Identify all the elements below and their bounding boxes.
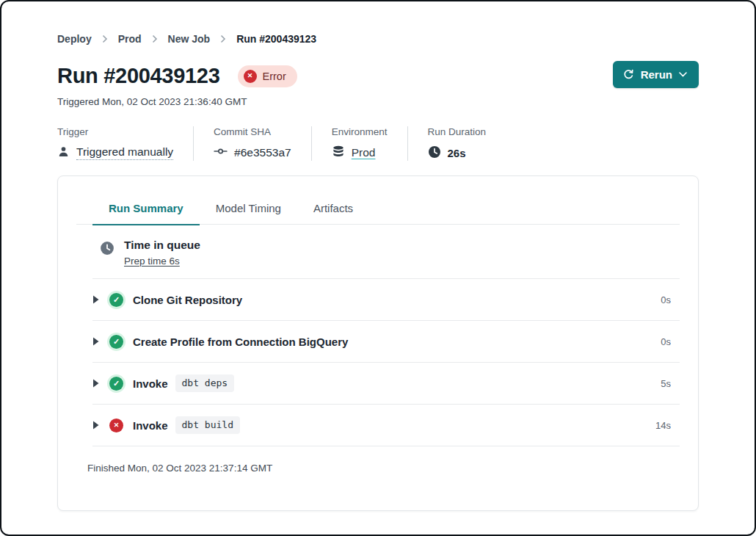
- meta-commit-value: #6e3553a7: [234, 146, 291, 159]
- tab-model-timing[interactable]: Model Timing: [200, 195, 297, 225]
- clock-icon: [428, 145, 441, 161]
- tab-run-summary[interactable]: Run Summary: [92, 195, 200, 225]
- rerun-button[interactable]: Rerun: [613, 61, 699, 88]
- meta-environment-link[interactable]: Prod: [352, 146, 376, 159]
- breadcrumb-new-job[interactable]: New Job: [168, 33, 211, 45]
- meta-commit: Commit SHA #6e3553a7: [193, 126, 311, 161]
- finished-timestamp: Finished Mon, 02 Oct 2023 21:37:14 GMT: [87, 463, 272, 474]
- rerun-button-label: Rerun: [641, 68, 672, 81]
- step-duration: 0s: [661, 294, 671, 305]
- breadcrumb-deploy[interactable]: Deploy: [57, 33, 92, 45]
- step-command-chip: dbt build: [175, 416, 240, 434]
- expand-caret-icon[interactable]: [92, 421, 101, 430]
- breadcrumb: Deploy Prod New Job Run #200439123: [57, 0, 699, 45]
- page-title: Run #200439123: [57, 64, 220, 88]
- meta-commit-label: Commit SHA: [214, 126, 291, 137]
- step-list: Time in queue Prep time 6s Clone Git Rep…: [92, 225, 680, 446]
- step-name: Create Profile from Connection BigQuery: [133, 336, 348, 348]
- meta-duration: Run Duration 26s: [407, 126, 506, 161]
- meta-duration-label: Run Duration: [428, 126, 487, 137]
- status-badge: Error: [238, 65, 297, 87]
- step-status-icon: [109, 293, 123, 307]
- person-icon: [57, 145, 70, 160]
- page-header: Run #200439123 Error Rerun: [57, 64, 699, 88]
- time-in-queue-row: Time in queue Prep time 6s: [92, 225, 680, 279]
- queue-title: Time in queue: [124, 239, 200, 252]
- breadcrumb-current-run: Run #200439123: [236, 33, 316, 45]
- step-row-dbt-build[interactable]: Invoke dbt build 14s: [92, 405, 680, 446]
- meta-trigger: Trigger Triggered manually: [57, 126, 193, 161]
- expand-caret-icon[interactable]: [92, 337, 101, 346]
- meta-duration-value: 26s: [448, 147, 466, 159]
- step-name: Invoke: [133, 419, 168, 432]
- step-duration: 0s: [661, 336, 671, 347]
- step-status-icon: [109, 335, 123, 349]
- step-row-clone-git[interactable]: Clone Git Repository 0s: [92, 279, 680, 321]
- chevron-right-icon: [220, 35, 226, 43]
- step-row-create-profile[interactable]: Create Profile from Connection BigQuery …: [92, 321, 680, 363]
- chevron-down-icon: [679, 72, 687, 77]
- rerun-refresh-icon: [623, 69, 634, 80]
- step-row-dbt-deps[interactable]: Invoke dbt deps 5s: [92, 363, 680, 405]
- run-summary-card: Run Summary Model Timing Artifacts Time …: [57, 175, 699, 511]
- status-badge-label: Error: [263, 70, 286, 82]
- breadcrumb-prod[interactable]: Prod: [118, 33, 142, 45]
- expand-caret-icon[interactable]: [92, 295, 101, 304]
- meta-trigger-label: Trigger: [57, 126, 173, 137]
- chevron-right-icon: [152, 35, 158, 43]
- step-name: Invoke: [133, 377, 168, 390]
- run-detail-page: Deploy Prod New Job Run #200439123 Run #…: [0, 0, 756, 536]
- error-icon: [244, 70, 257, 83]
- queue-clock-icon: [100, 239, 115, 258]
- meta-trigger-value[interactable]: Triggered manually: [76, 145, 173, 160]
- expand-caret-icon[interactable]: [92, 379, 101, 388]
- step-status-icon: [109, 419, 123, 432]
- card-footer: Finished Mon, 02 Oct 2023 21:37:14 GMT: [76, 446, 680, 474]
- git-commit-icon: [214, 145, 228, 159]
- step-status-icon: [109, 377, 123, 391]
- tab-bar: Run Summary Model Timing Artifacts: [92, 195, 680, 225]
- prep-time-link[interactable]: Prep time 6s: [124, 256, 180, 267]
- tab-artifacts[interactable]: Artifacts: [297, 195, 369, 225]
- meta-environment: Environment Prod: [311, 126, 407, 161]
- run-meta-row: Trigger Triggered manually Commit SHA #6…: [57, 126, 699, 161]
- step-command-chip: dbt deps: [175, 374, 235, 392]
- step-name: Clone Git Repository: [133, 294, 242, 306]
- step-duration: 5s: [661, 378, 671, 389]
- database-icon: [332, 145, 345, 160]
- chevron-right-icon: [102, 35, 108, 43]
- triggered-timestamp: Triggered Mon, 02 Oct 2023 21:36:40 GMT: [57, 96, 699, 107]
- step-duration: 14s: [655, 420, 671, 431]
- meta-environment-label: Environment: [332, 126, 388, 137]
